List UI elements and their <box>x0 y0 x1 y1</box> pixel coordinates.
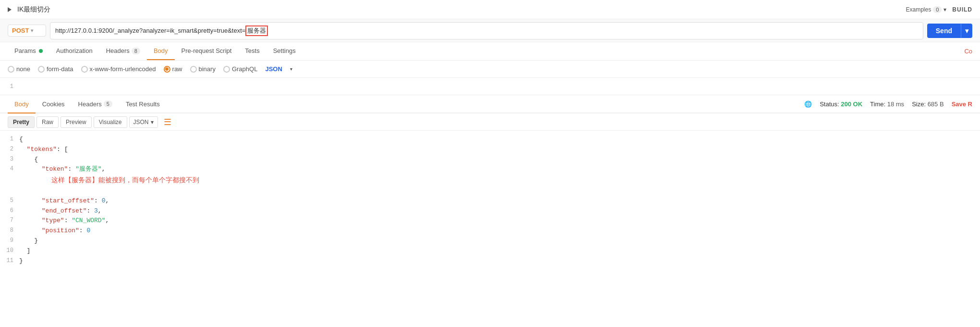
radio-formdata-icon <box>38 66 45 73</box>
response-format-row: Pretty Raw Preview Visualize JSON ▾ ☰ <box>0 113 980 131</box>
json-line-1: 1 { <box>0 135 980 145</box>
examples-chevron-icon: ▾ <box>944 6 946 13</box>
radio-none-icon <box>8 66 14 73</box>
top-bar: IK最细切分 Examples 0 ▾ BUILD <box>0 0 980 19</box>
resp-tab-headers-label: Headers <box>78 101 102 108</box>
json-line-7: 7 "type": "CN_WORD", <box>0 216 980 226</box>
annotation-text: 这样【服务器】能被搜到，而每个单个字都搜不到 <box>51 176 199 184</box>
resp-tab-cookies-label: Cookies <box>42 101 65 108</box>
tab-authorization-label: Authorization <box>56 47 93 54</box>
tab-params[interactable]: Params <box>8 42 49 60</box>
json-line-10: 10 ] <box>0 246 980 256</box>
tab-body[interactable]: Body <box>147 42 175 60</box>
json-response-body: 1 { 2 "tokens": [ 3 { 4 "token": "服务器", … <box>0 131 980 270</box>
examples-label: Examples <box>906 6 932 13</box>
tab-headers-label: Headers <box>106 47 130 54</box>
response-time: Time: 18 ms <box>870 101 904 108</box>
send-label: Send <box>927 24 961 38</box>
option-binary-label: binary <box>199 65 216 73</box>
examples-count: 0 <box>933 6 942 13</box>
headers-badge: 8 <box>132 48 140 54</box>
tab-authorization[interactable]: Authorization <box>49 42 99 60</box>
response-status-bar: 🌐 Status: 200 OK Time: 18 ms Size: 685 B… <box>804 101 972 108</box>
json-line-9: 9 } <box>0 236 980 246</box>
tab-prerequest-label: Pre-request Script <box>181 47 232 54</box>
method-label: POST <box>12 27 29 34</box>
build-button[interactable]: BUILD <box>952 6 972 13</box>
request-body-editor[interactable]: 1 <box>0 78 980 95</box>
json-line-5: 5 "start_offset": 0, <box>0 196 980 206</box>
resp-tab-body[interactable]: Body <box>8 96 36 113</box>
option-none-label: none <box>16 65 30 73</box>
status-code: Status: 200 OK <box>820 101 862 108</box>
format-select[interactable]: JSON ▾ <box>129 116 158 128</box>
option-binary[interactable]: binary <box>190 65 216 73</box>
resp-tab-headers[interactable]: Headers 5 <box>72 96 119 113</box>
option-graphql-label: GraphQL <box>232 65 257 73</box>
tab-body-label: Body <box>154 47 168 54</box>
json-format-chevron-icon[interactable]: ▾ <box>290 66 292 72</box>
resp-tab-testresults[interactable]: Test Results <box>119 96 167 113</box>
examples-button[interactable]: Examples 0 ▾ <box>906 6 947 13</box>
raw-button[interactable]: Raw <box>36 116 59 128</box>
resp-tab-cookies[interactable]: Cookies <box>36 96 72 113</box>
option-raw-label: raw <box>172 65 182 73</box>
radio-urlencoded-icon <box>81 66 88 73</box>
tab-settings[interactable]: Settings <box>266 42 302 60</box>
radio-graphql-icon <box>223 66 230 73</box>
send-button[interactable]: Send ▾ <box>927 24 972 38</box>
json-line-8: 8 "position": 0 <box>0 226 980 236</box>
wrap-button[interactable]: ☰ <box>164 117 171 127</box>
tab-prerequest[interactable]: Pre-request Script <box>175 42 239 60</box>
json-line-3: 3 { <box>0 155 980 165</box>
url-prefix: http://127.0.0.1:9200/_analyze?analyzer=… <box>55 27 245 34</box>
params-active-dot <box>39 49 43 53</box>
request-tabs-row: Params Authorization Headers 8 Body Pre-… <box>0 42 980 61</box>
response-size: Size: 685 B <box>912 101 944 108</box>
req-line-1-num: 1 <box>0 83 19 90</box>
preview-button[interactable]: Preview <box>60 116 92 128</box>
method-chevron-icon: ▾ <box>31 28 33 33</box>
top-bar-left: IK最细切分 <box>8 5 50 14</box>
format-select-chevron-icon: ▾ <box>151 119 154 126</box>
pretty-button[interactable]: Pretty <box>8 116 35 128</box>
option-formdata-label: form-data <box>47 65 73 73</box>
method-select[interactable]: POST ▾ <box>8 25 46 37</box>
option-formdata[interactable]: form-data <box>38 65 73 73</box>
option-graphql[interactable]: GraphQL <box>223 65 257 73</box>
collection-title: IK最细切分 <box>17 5 50 14</box>
globe-icon: 🌐 <box>804 101 812 108</box>
resp-tab-body-label: Body <box>14 101 29 108</box>
radio-binary-icon <box>190 66 197 73</box>
resp-headers-badge: 5 <box>104 101 112 107</box>
tab-settings-label: Settings <box>273 47 296 54</box>
send-dropdown-icon[interactable]: ▾ <box>961 24 972 38</box>
url-bar: POST ▾ http://127.0.0.1:9200/_analyze?an… <box>0 19 980 42</box>
tab-params-label: Params <box>14 47 36 54</box>
option-urlencoded[interactable]: x-www-form-urlencoded <box>81 65 156 73</box>
option-urlencoded-label: x-www-form-urlencoded <box>90 65 156 73</box>
resp-tab-testresults-label: Test Results <box>126 101 160 108</box>
tab-headers[interactable]: Headers 8 <box>99 42 147 60</box>
body-options-row: none form-data x-www-form-urlencoded raw… <box>0 61 980 78</box>
tab-tests[interactable]: Tests <box>238 42 266 60</box>
top-bar-right: Examples 0 ▾ BUILD <box>906 6 972 13</box>
json-line-4: 4 "token": "服务器", 这样【服务器】能被搜到，而每个单个字都搜不到 <box>0 164 980 196</box>
json-line-2: 2 "tokens": [ <box>0 145 980 155</box>
format-select-label: JSON <box>133 119 149 126</box>
tab-tests-label: Tests <box>245 47 259 54</box>
radio-raw-icon <box>164 66 170 73</box>
visualize-button[interactable]: Visualize <box>94 116 127 128</box>
option-none[interactable]: none <box>8 65 30 73</box>
save-response-button[interactable]: Save R <box>952 101 972 108</box>
option-raw[interactable]: raw <box>164 65 182 73</box>
response-tabs-row: Body Cookies Headers 5 Test Results 🌐 St… <box>0 95 980 113</box>
collapse-icon[interactable] <box>8 7 12 12</box>
url-highlight: 服务器 <box>245 25 268 36</box>
url-input-box[interactable]: http://127.0.0.1:9200/_analyze?analyzer=… <box>50 22 923 39</box>
cookies-link: Co <box>964 48 972 55</box>
json-line-11: 11 } <box>0 256 980 266</box>
json-format-label[interactable]: JSON <box>265 65 282 73</box>
json-line-6: 6 "end_offset": 3, <box>0 206 980 216</box>
